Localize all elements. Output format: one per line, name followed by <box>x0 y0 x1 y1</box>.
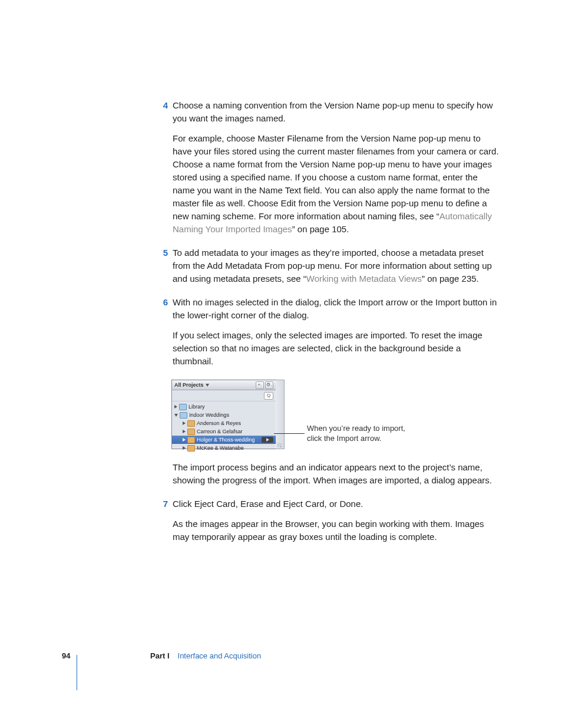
search-input[interactable]: Q <box>264 392 273 400</box>
step-4: 4 Choose a naming convention from the Ve… <box>157 99 500 243</box>
folder-icon <box>180 412 187 419</box>
project-icon <box>187 420 195 427</box>
step-7: 7 Click Eject Card, Erase and Eject Card… <box>157 498 500 551</box>
step-7-para-1: Click Eject Card, Erase and Eject Card, … <box>173 498 500 510</box>
page-number: 94 <box>62 651 150 660</box>
step-number: 5 <box>157 246 173 259</box>
step-number: 6 <box>157 296 173 309</box>
step-number: 7 <box>157 498 173 510</box>
disclosure-icon <box>183 421 186 425</box>
library-row[interactable]: Library <box>172 403 276 411</box>
panel-title-text: All Projects <box>174 382 204 388</box>
step-5-text-b: ” on page 235. <box>422 274 479 284</box>
callout-text: When you’re ready to import, click the I… <box>307 423 407 443</box>
import-arrow-button[interactable] <box>262 437 273 443</box>
project-label: Holger & Thoss-wedding <box>197 437 254 443</box>
project-tree: Library Indoor Weddings Anderson & Reyes <box>172 401 276 453</box>
gear-button[interactable]: ⚙. <box>265 381 273 389</box>
step-4-text-b: ” on page 105. <box>292 224 349 234</box>
step-6-para-2: If you select images, only the selected … <box>173 329 500 368</box>
step-number: 4 <box>157 99 173 112</box>
step-7-para-2: As the images appear in the Browser, you… <box>173 518 500 543</box>
indoor-weddings-row[interactable]: Indoor Weddings <box>172 411 276 419</box>
folder-label: Indoor Weddings <box>189 412 229 418</box>
search-icon: Q <box>267 393 270 398</box>
step-6-para-3: The import process begins and an indicat… <box>173 461 500 487</box>
search-row: Q <box>172 390 276 401</box>
step-4-text-a: For example, choose Master Filename from… <box>173 133 499 221</box>
callout-line <box>274 433 305 434</box>
disclosure-icon <box>174 414 178 417</box>
disclosure-icon <box>174 405 177 409</box>
step-4-para-1: Choose a naming convention from the Vers… <box>173 99 500 125</box>
step-5: 5 To add metadata to your images as they… <box>157 246 500 292</box>
add-button[interactable]: +. <box>256 381 264 389</box>
projects-panel: All Projects +. ⚙. Q <box>171 380 276 449</box>
footer-rule <box>77 655 77 690</box>
link-metadata-views[interactable]: Working with Metadata Views <box>306 274 422 284</box>
page-footer: 94 Part I Interface and Acquisition <box>62 651 261 660</box>
part-title: Interface and Acquisition <box>178 651 262 660</box>
project-icon <box>187 437 195 443</box>
disclosure-icon <box>183 446 186 450</box>
step-5-para-1: To add metadata to your images as they’r… <box>173 246 500 285</box>
step-6-para-1: With no images selected in the dialog, c… <box>173 296 500 322</box>
screenshot-projects-panel: All Projects +. ⚙. Q <box>171 380 500 450</box>
disclosure-icon <box>183 438 186 442</box>
project-row[interactable]: Anderson & Reyes <box>172 419 276 427</box>
project-row[interactable]: McKee & Watanabe <box>172 444 276 452</box>
step-6: 6 With no images selected in the dialog,… <box>157 296 500 494</box>
project-label: Anderson & Reyes <box>197 420 241 426</box>
main-content: 4 Choose a naming convention from the Ve… <box>157 99 500 554</box>
project-label: Carreon & Gelafsar <box>197 429 243 434</box>
panel-header: All Projects +. ⚙. <box>172 380 276 390</box>
library-icon <box>179 404 187 410</box>
dropdown-icon <box>206 384 209 387</box>
project-row-selected[interactable]: Holger & Thoss-wedding <box>172 436 276 444</box>
library-label: Library <box>189 404 205 410</box>
project-row[interactable]: Carreon & Gelafsar <box>172 427 276 436</box>
project-label: McKee & Watanabe <box>197 445 244 451</box>
disclosure-icon <box>183 430 186 433</box>
project-icon <box>187 445 195 452</box>
part-label: Part I <box>150 651 170 660</box>
panel-resize-strip[interactable] <box>276 380 285 449</box>
project-icon <box>187 429 195 435</box>
step-4-para-2: For example, choose Master Filename from… <box>173 132 500 236</box>
panel-title[interactable]: All Projects <box>174 382 209 388</box>
